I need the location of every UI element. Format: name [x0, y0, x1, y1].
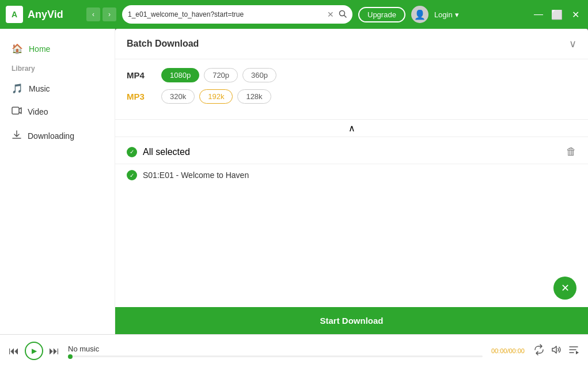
- mp4-label: MP4: [127, 70, 150, 80]
- repeat-button[interactable]: [533, 344, 545, 358]
- track-name: No music: [68, 345, 483, 353]
- format-section: MP4 1080p 720p 360p MP3 320k 192k 128k: [115, 59, 588, 120]
- search-icon[interactable]: [339, 10, 347, 20]
- quality-1080p-button[interactable]: 1080p: [161, 68, 199, 82]
- player-controls: ⏮ ▶ ⏭: [9, 342, 59, 360]
- sidebar-item-label: Video: [28, 107, 48, 116]
- avatar: 👤: [411, 6, 428, 23]
- start-download-button[interactable]: Start Download: [115, 307, 588, 334]
- url-clear-icon[interactable]: ✕: [327, 10, 334, 19]
- items-header: ✓ All selected 🗑: [115, 140, 588, 164]
- titlebar: A AnyVid ‹ › 1_e01_welcome_to_haven?star…: [0, 0, 588, 29]
- close-button[interactable]: ✕: [568, 7, 582, 21]
- window-controls: — ⬜ ✕: [532, 7, 582, 21]
- quality-360p-button[interactable]: 360p: [242, 68, 276, 82]
- all-selected-panel-label: All selected: [143, 147, 190, 157]
- music-icon: 🎵: [12, 83, 23, 94]
- sidebar-item-label: Music: [29, 84, 50, 93]
- mp4-format-row: MP4 1080p 720p 360p: [127, 68, 576, 82]
- items-header-left: ✓ All selected: [127, 147, 190, 157]
- svg-line-1: [344, 15, 347, 17]
- item-check-icon: ✓: [127, 170, 137, 180]
- sidebar: 🏠 Home Library 🎵 Music Video: [0, 29, 115, 334]
- chevron-down-icon: ▾: [455, 10, 459, 19]
- svg-marker-8: [576, 351, 579, 354]
- delete-all-icon[interactable]: 🗑: [566, 146, 576, 158]
- items-section: ✓ All selected 🗑 ✓ S01:E01 - Welcome to …: [115, 137, 588, 307]
- home-icon: 🏠: [12, 43, 23, 54]
- prev-track-button[interactable]: ⏮: [9, 345, 19, 357]
- progress-bar[interactable]: [68, 355, 483, 357]
- list-item: ✓ S01:E01 - Welcome to Haven: [115, 164, 588, 186]
- sidebar-item-label: Home: [29, 44, 50, 54]
- nav-arrows: ‹ ›: [86, 7, 116, 21]
- sidebar-item-downloading[interactable]: Downloading: [0, 124, 115, 148]
- progress-dot: [68, 354, 73, 359]
- quality-128k-button[interactable]: 128k: [237, 89, 271, 104]
- panel-header: Batch Download ∨: [115, 29, 588, 59]
- chevron-up-icon: ∧: [348, 123, 355, 134]
- sidebar-item-label: Downloading: [28, 131, 74, 141]
- next-track-button[interactable]: ⏭: [49, 345, 59, 357]
- upgrade-button[interactable]: Upgrade: [358, 7, 405, 22]
- track-info: No music: [68, 345, 483, 357]
- forward-button[interactable]: ›: [103, 7, 116, 21]
- logo-icon: A: [6, 6, 23, 23]
- sidebar-item-home[interactable]: 🏠 Home: [0, 37, 115, 60]
- mp3-format-row: MP3 320k 192k 128k: [127, 89, 576, 104]
- url-bar[interactable]: 1_e01_welcome_to_haven?start=true ✕: [122, 5, 352, 24]
- main-layout: 🏠 Home Library 🎵 Music Video: [0, 29, 588, 334]
- svg-rect-2: [12, 107, 19, 114]
- item-label: S01:E01 - Welcome to Haven: [143, 171, 249, 180]
- close-panel-button[interactable]: ✕: [553, 277, 576, 300]
- back-button[interactable]: ‹: [86, 7, 100, 21]
- mp3-quality-options: 320k 192k 128k: [161, 89, 271, 104]
- collapse-arrow[interactable]: ∧: [115, 120, 588, 137]
- player-right-controls: [533, 344, 579, 358]
- mp3-label: MP3: [127, 92, 150, 101]
- minimize-button[interactable]: —: [532, 7, 545, 21]
- time-display: 00:00/00:00: [491, 347, 525, 354]
- app-title: AnyVid: [28, 9, 63, 21]
- sidebar-item-video[interactable]: Video: [0, 100, 115, 124]
- batch-download-panel: Batch Download ∨ MP4 1080p 720p 360p MP3…: [115, 29, 588, 334]
- all-selected-check-panel: ✓: [127, 147, 137, 157]
- volume-button[interactable]: [551, 344, 562, 358]
- playlist-button[interactable]: [568, 344, 579, 358]
- quality-192k-button[interactable]: 192k: [199, 89, 233, 104]
- download-icon: [12, 130, 22, 142]
- video-icon: [12, 105, 22, 118]
- maximize-button[interactable]: ⬜: [550, 7, 564, 21]
- play-pause-button[interactable]: ▶: [25, 342, 43, 360]
- url-text: 1_e01_welcome_to_haven?start=true: [128, 10, 323, 18]
- sidebar-item-music[interactable]: 🎵 Music: [0, 77, 115, 100]
- library-label: Library: [0, 60, 115, 77]
- mp4-quality-options: 1080p 720p 360p: [161, 68, 276, 82]
- quality-320k-button[interactable]: 320k: [161, 89, 195, 104]
- panel-collapse-button[interactable]: ∨: [569, 37, 576, 50]
- logo-area: A AnyVid: [6, 6, 81, 23]
- player-bar: ⏮ ▶ ⏭ No music 00:00/00:00: [0, 334, 588, 367]
- quality-720p-button[interactable]: 720p: [204, 68, 238, 82]
- content-area: Search result of http... ... start=true …: [115, 29, 588, 334]
- login-button[interactable]: Login ▾: [434, 10, 459, 19]
- panel-title: Batch Download: [127, 39, 199, 49]
